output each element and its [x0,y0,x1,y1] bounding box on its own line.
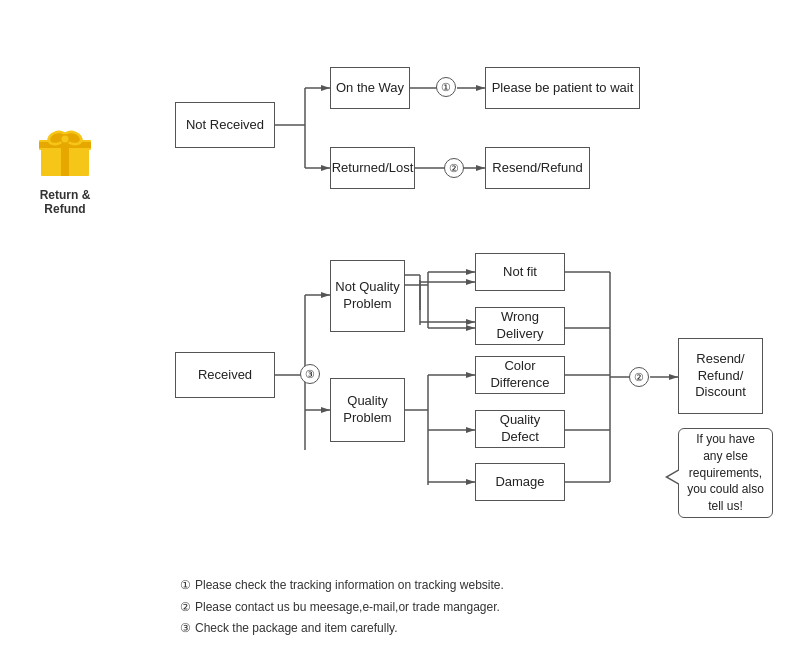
speech-bubble-text: If you have any else requirements, you c… [685,431,766,515]
note-num-1: ① [180,575,191,597]
note-item-3: ③ Check the package and item carefully. [180,618,504,640]
icon-label: Return & Refund [20,188,110,216]
not-received-label: Not Received [186,117,264,134]
icon-area: Return & Refund [20,120,110,216]
gift-icon [35,120,95,180]
note-item-1: ① Please check the tracking information … [180,575,504,597]
quality-problem-label: Quality Problem [335,393,400,427]
note-text-3: Check the package and item carefully. [195,618,398,640]
resend-refund-top-label: Resend/Refund [492,160,582,177]
svg-point-9 [62,136,69,143]
on-the-way-box: On the Way [330,67,410,109]
badge-1: ① [436,77,456,97]
returned-lost-box: Returned/Lost [330,147,415,189]
not-received-box: Not Received [175,102,275,148]
not-quality-label: Not Quality Problem [335,279,400,313]
quality-defect-label: Quality Defect [480,412,560,446]
wrong-delivery-box: Wrong Delivery [475,307,565,345]
badge-2-bottom: ② [629,367,649,387]
page: Return & Refund [0,0,800,660]
on-the-way-label: On the Way [336,80,404,97]
not-fit-box: Not fit [475,253,565,291]
note-num-3: ③ [180,618,191,640]
notes: ① Please check the tracking information … [180,575,504,640]
note-item-2: ② Please contact us bu meesage,e-mail,or… [180,597,504,619]
patient-box: Please be patient to wait [485,67,640,109]
color-diff-box: Color Difference [475,356,565,394]
not-quality-box: Not Quality Problem [330,260,405,332]
note-text-2: Please contact us bu meesage,e-mail,or t… [195,597,500,619]
diagram: Not Received On the Way ① Please be pati… [120,20,780,580]
received-box: Received [175,352,275,398]
returned-lost-label: Returned/Lost [332,160,414,177]
damage-label: Damage [495,474,544,491]
not-fit-label: Not fit [503,264,537,281]
resend-refund-discount-box: Resend/ Refund/ Discount [678,338,763,414]
quality-problem-box: Quality Problem [330,378,405,442]
badge-3: ③ [300,364,320,384]
speech-bubble: If you have any else requirements, you c… [678,428,773,518]
resend-refund-discount-label: Resend/ Refund/ Discount [683,351,758,402]
badge-2-top: ② [444,158,464,178]
damage-box: Damage [475,463,565,501]
note-num-2: ② [180,597,191,619]
note-text-1: Please check the tracking information on… [195,575,504,597]
quality-defect-box: Quality Defect [475,410,565,448]
received-label: Received [198,367,252,384]
patient-label: Please be patient to wait [492,80,634,97]
wrong-delivery-label: Wrong Delivery [480,309,560,343]
color-diff-label: Color Difference [480,358,560,392]
resend-refund-top-box: Resend/Refund [485,147,590,189]
